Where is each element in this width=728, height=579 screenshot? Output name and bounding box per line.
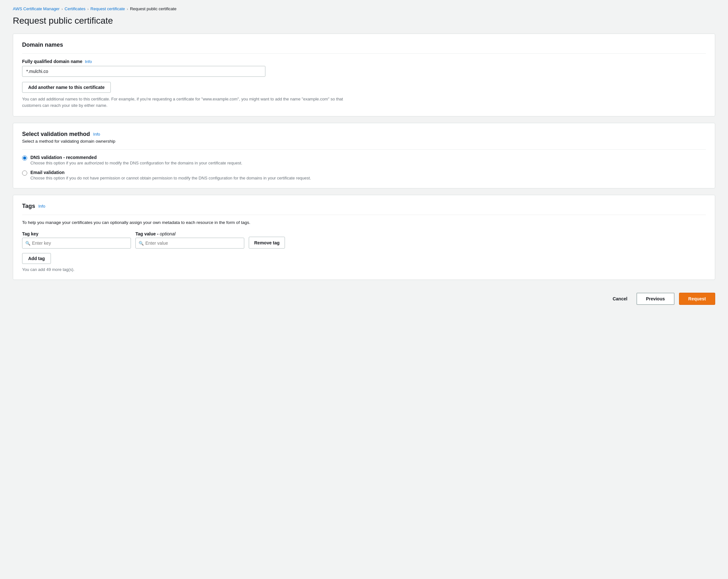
tags-divider bbox=[22, 215, 706, 215]
tag-key-label: Tag key bbox=[22, 231, 131, 237]
tag-key-input[interactable] bbox=[22, 238, 131, 249]
email-validation-label: Email validation bbox=[30, 170, 311, 175]
tag-value-label: Tag value - optional bbox=[135, 231, 244, 237]
domain-names-title: Domain names bbox=[22, 42, 63, 48]
page-title: Request public certificate bbox=[13, 16, 715, 26]
tags-section: Tags Info To help you manage your certif… bbox=[13, 195, 715, 280]
tag-key-field: Tag key 🔍 bbox=[22, 231, 131, 249]
domain-name-input[interactable] bbox=[22, 66, 265, 77]
validation-title: Select validation method bbox=[22, 131, 90, 138]
breadcrumb-certificates[interactable]: Certificates bbox=[65, 6, 85, 11]
email-validation-radio[interactable] bbox=[22, 170, 27, 175]
footer-actions: Cancel Previous Request bbox=[13, 286, 715, 308]
dns-validation-option[interactable]: DNS validation - recommended Choose this… bbox=[22, 155, 706, 165]
request-button[interactable]: Request bbox=[679, 293, 715, 305]
dns-validation-radio[interactable] bbox=[22, 156, 27, 161]
add-tag-button[interactable]: Add tag bbox=[22, 253, 51, 264]
breadcrumb: AWS Certificate Manager › Certificates ›… bbox=[13, 6, 715, 11]
tag-value-field: Tag value - optional 🔍 bbox=[135, 231, 244, 249]
previous-button[interactable]: Previous bbox=[636, 293, 675, 305]
tags-info-link[interactable]: Info bbox=[38, 204, 46, 209]
add-name-button[interactable]: Add another name to this certificate bbox=[22, 82, 111, 93]
domain-field-label: Fully qualified domain name Info bbox=[22, 59, 706, 64]
breadcrumb-request-certificate[interactable]: Request certificate bbox=[90, 6, 125, 11]
tag-value-input[interactable] bbox=[135, 238, 244, 249]
validation-subtitle: Select a method for validating domain ow… bbox=[22, 139, 706, 144]
validation-info-link[interactable]: Info bbox=[93, 132, 100, 137]
dns-validation-desc: Choose this option if you are authorized… bbox=[30, 161, 242, 165]
tags-title: Tags bbox=[22, 203, 35, 210]
tags-count-text: You can add 49 more tag(s). bbox=[22, 267, 706, 272]
breadcrumb-sep-3: › bbox=[127, 7, 128, 11]
domain-info-link[interactable]: Info bbox=[85, 59, 92, 64]
tags-subtitle: To help you manage your certificates you… bbox=[22, 220, 706, 225]
email-validation-desc: Choose this option if you do not have pe… bbox=[30, 175, 311, 181]
tag-value-input-wrap: 🔍 bbox=[135, 238, 244, 249]
tag-key-input-wrap: 🔍 bbox=[22, 238, 131, 249]
domain-divider bbox=[22, 53, 706, 54]
tag-input-row: Tag key 🔍 Tag value - optional 🔍 Remove … bbox=[22, 231, 706, 249]
validation-radio-group: DNS validation - recommended Choose this… bbox=[22, 155, 706, 181]
remove-tag-button[interactable]: Remove tag bbox=[249, 237, 285, 249]
breadcrumb-sep-2: › bbox=[87, 7, 89, 11]
breadcrumb-current: Request public certificate bbox=[130, 6, 176, 11]
domain-names-section: Domain names Fully qualified domain name… bbox=[13, 34, 715, 116]
cancel-button[interactable]: Cancel bbox=[608, 294, 632, 304]
breadcrumb-acm[interactable]: AWS Certificate Manager bbox=[13, 6, 59, 11]
dns-validation-label: DNS validation - recommended bbox=[30, 155, 242, 160]
validation-divider bbox=[22, 149, 706, 150]
breadcrumb-sep-1: › bbox=[61, 7, 63, 11]
validation-section: Select validation method Info Select a m… bbox=[13, 123, 715, 188]
email-validation-option[interactable]: Email validation Choose this option if y… bbox=[22, 170, 706, 181]
domain-helper-text: You can add additional names to this cer… bbox=[22, 96, 361, 108]
